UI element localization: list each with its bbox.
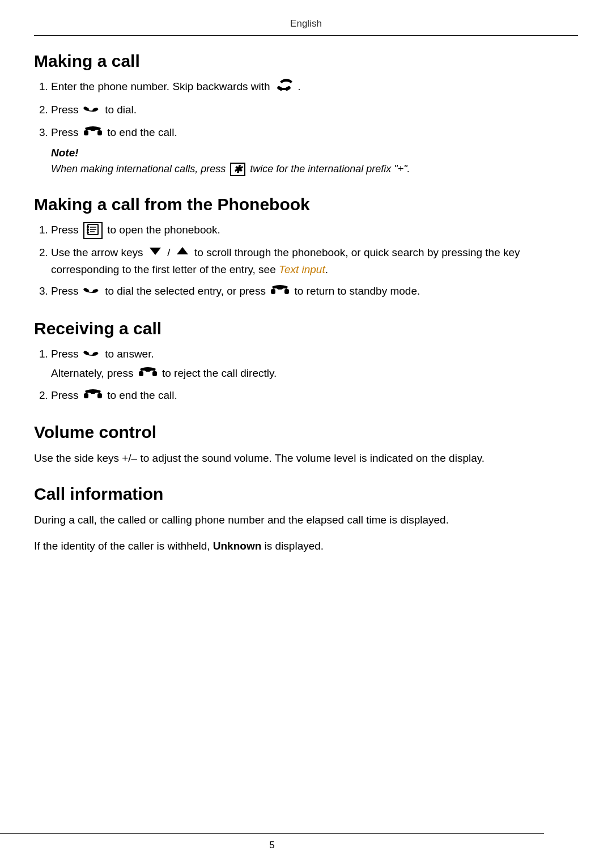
end-call-icon-2	[83, 125, 103, 142]
svg-rect-8	[87, 232, 89, 233]
section-volume-control: Volume control Use the side keys +/– to …	[34, 423, 578, 466]
step2-press: Press	[51, 104, 82, 116]
making-call-steps: Enter the phone number. Skip backwards w…	[34, 79, 578, 141]
section-making-call: Making a call Enter the phone number. Sk…	[34, 52, 578, 177]
making-call-step-2: Press to dial.	[51, 102, 578, 120]
language-label: English	[290, 18, 322, 29]
svg-marker-13	[177, 247, 188, 254]
call-information-para2: If the identity of the caller is withhel…	[34, 538, 578, 554]
page-footer: 5	[0, 833, 544, 851]
receiving-call-steps: Press to answer. Alternately, press	[34, 346, 578, 405]
svg-marker-12	[150, 248, 161, 255]
call-information-title: Call information	[34, 484, 578, 504]
receiving-step-1-subline: Alternately, press to reject the call di…	[51, 365, 578, 382]
svg-rect-18	[84, 393, 88, 398]
svg-rect-19	[97, 393, 102, 398]
section-receiving-call: Receiving a call Press to answer. Altern…	[34, 319, 578, 405]
step2-text-after: to dial.	[105, 104, 137, 116]
arrow-down-icon	[147, 245, 163, 262]
making-call-note: Note! When making international calls, p…	[51, 147, 578, 177]
svg-rect-15	[284, 289, 289, 294]
phonebook-call-title: Making a call from the Phonebook	[34, 195, 578, 214]
note-title: Note!	[51, 147, 578, 159]
svg-rect-14	[271, 289, 275, 294]
page-number: 5	[269, 840, 274, 850]
page-container: English Making a call Enter the phone nu…	[0, 0, 612, 606]
call-icon-3	[83, 346, 100, 364]
step3-text-after: to end the call.	[107, 126, 177, 138]
svg-rect-3	[84, 130, 88, 135]
end-call-icon-5	[83, 388, 103, 405]
call-icon-1	[83, 102, 100, 120]
svg-rect-2	[280, 88, 287, 90]
receiving-call-title: Receiving a call	[34, 319, 578, 338]
step1-text-before: Enter the phone number. Skip backwards w…	[51, 80, 273, 92]
section-phonebook-call: Making a call from the Phonebook Press	[34, 195, 578, 300]
svg-rect-6	[87, 226, 89, 228]
text-input-link[interactable]: Text input	[279, 263, 325, 275]
volume-control-title: Volume control	[34, 423, 578, 442]
making-call-title: Making a call	[34, 52, 578, 71]
call-icon-2	[83, 283, 100, 301]
svg-rect-7	[87, 229, 89, 231]
step3-press: Press	[51, 126, 82, 138]
making-call-step-3: Press to end the call.	[51, 125, 578, 141]
phonebook-call-steps: Press to open the phonebook. Use the	[34, 222, 578, 300]
phonebook-step-1: Press to open the phonebook.	[51, 222, 578, 239]
volume-control-text: Use the side keys +/– to adjust the soun…	[34, 450, 578, 466]
end-call-icon-4	[138, 366, 158, 382]
step1-text-after: .	[298, 80, 300, 92]
page-header: English	[34, 11, 578, 36]
phonebook-step-3: Press to dial the selected entry, or pre…	[51, 283, 578, 301]
end-call-icon-1	[275, 79, 293, 96]
phonebook-step-2: Use the arrow keys / to scroll through t…	[51, 245, 578, 278]
unknown-bold: Unknown	[213, 540, 262, 552]
receiving-step-1: Press to answer. Alternately, press	[51, 346, 578, 382]
star-key-icon: ✱	[230, 163, 245, 176]
svg-rect-17	[152, 371, 157, 376]
phonebook-icon	[83, 222, 103, 239]
arrow-up-icon	[175, 245, 190, 262]
svg-rect-16	[139, 371, 143, 376]
svg-rect-4	[97, 130, 102, 135]
section-call-information: Call information During a call, the call…	[34, 484, 578, 554]
receiving-step-2: Press to end the call.	[51, 388, 578, 404]
making-call-step-1: Enter the phone number. Skip backwards w…	[51, 79, 578, 96]
call-information-para1: During a call, the called or calling pho…	[34, 512, 578, 528]
end-call-icon-3	[270, 284, 290, 300]
note-text: When making international calls, press ✱…	[51, 161, 578, 177]
